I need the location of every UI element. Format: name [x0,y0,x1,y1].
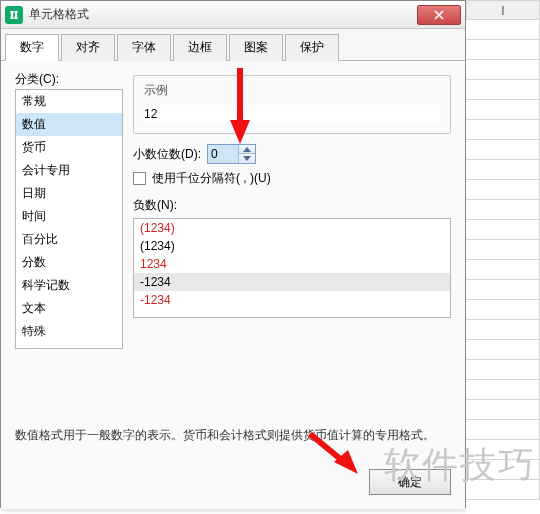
grid-cell[interactable] [466,240,540,260]
format-description: 数值格式用于一般数字的表示。货币和会计格式则提供货币值计算的专用格式。 [15,427,451,444]
negatives-label: 负数(N): [133,197,451,214]
right-pane: 示例 12 小数位数(D): [133,75,451,318]
dialog-body: 分类(C): 常规数值货币会计专用日期时间百分比分数科学记数文本特殊自定义 示例… [1,61,465,509]
example-frame: 示例 12 [133,75,451,134]
grid-cell[interactable] [466,220,540,240]
grid-cell[interactable] [466,360,540,380]
window-title: 单元格格式 [29,6,417,23]
category-list[interactable]: 常规数值货币会计专用日期时间百分比分数科学记数文本特殊自定义 [15,89,123,349]
category-item[interactable]: 数值 [16,113,122,136]
ok-button[interactable]: 确定 [369,469,451,495]
category-item[interactable]: 百分比 [16,228,122,251]
tab-5[interactable]: 保护 [285,34,339,61]
decimal-label: 小数位数(D): [133,146,201,163]
chevron-down-icon [243,156,251,161]
decimal-input[interactable] [208,145,238,163]
thousands-label: 使用千位分隔符( , )(U) [152,170,271,187]
chevron-up-icon [243,147,251,152]
example-label: 示例 [144,82,440,99]
tab-strip: 数字对齐字体边框图案保护 [1,29,465,61]
grid-cell[interactable] [466,420,540,440]
tab-2[interactable]: 字体 [117,34,171,61]
grid-cell[interactable] [466,340,540,360]
example-value: 12 [144,105,440,123]
category-item[interactable]: 会计专用 [16,159,122,182]
thousands-checkbox[interactable]: 使用千位分隔符( , )(U) [133,170,451,187]
grid-cell[interactable] [466,60,540,80]
category-item[interactable]: 分数 [16,251,122,274]
app-icon [5,6,23,24]
grid-cell[interactable] [466,480,540,500]
negative-format-item[interactable]: (1234) [134,237,450,255]
negatives-list[interactable]: (1234)(1234)1234-1234-1234 [133,218,451,318]
tab-3[interactable]: 边框 [173,34,227,61]
grid-cell[interactable] [466,300,540,320]
negative-format-item[interactable]: 1234 [134,255,450,273]
grid-cell[interactable] [466,120,540,140]
decimal-down-button[interactable] [239,154,255,163]
cell-format-dialog: 单元格格式 数字对齐字体边框图案保护 分类(C): 常规数值货币会计专用日期时间… [0,0,466,508]
grid-cell[interactable] [466,460,540,480]
negative-format-item[interactable]: -1234 [134,273,450,291]
category-item[interactable]: 科学记数 [16,274,122,297]
category-item[interactable]: 特殊 [16,320,122,343]
decimal-up-button[interactable] [239,145,255,154]
tab-4[interactable]: 图案 [229,34,283,61]
grid-cell[interactable] [466,380,540,400]
grid-cell[interactable] [466,140,540,160]
tab-1[interactable]: 对齐 [61,34,115,61]
category-item[interactable]: 文本 [16,297,122,320]
grid-cell[interactable] [466,440,540,460]
negative-format-item[interactable]: (1234) [134,219,450,237]
checkbox-box [133,172,146,185]
grid-cell[interactable] [466,180,540,200]
category-item[interactable]: 时间 [16,205,122,228]
tab-0[interactable]: 数字 [5,34,59,61]
titlebar: 单元格格式 [1,1,465,29]
close-button[interactable] [417,5,461,25]
grid-cell[interactable] [466,80,540,100]
close-icon [434,10,444,20]
grid-cell[interactable] [466,320,540,340]
grid-cell[interactable] [466,20,540,40]
category-item[interactable]: 日期 [16,182,122,205]
grid-cell[interactable] [466,40,540,60]
grid-cell[interactable] [466,100,540,120]
decimal-spinner[interactable] [207,144,256,164]
category-item[interactable]: 自定义 [16,343,122,349]
spreadsheet-grid: I [466,0,540,514]
grid-cell[interactable] [466,280,540,300]
dialog-footer: 确定 [369,469,451,495]
negative-format-item[interactable]: -1234 [134,291,450,309]
grid-cell[interactable] [466,260,540,280]
decimal-row: 小数位数(D): [133,144,451,164]
grid-cell[interactable] [466,400,540,420]
category-item[interactable]: 货币 [16,136,122,159]
column-header[interactable]: I [466,0,540,20]
grid-cell[interactable] [466,200,540,220]
grid-cell[interactable] [466,160,540,180]
category-item[interactable]: 常规 [16,90,122,113]
